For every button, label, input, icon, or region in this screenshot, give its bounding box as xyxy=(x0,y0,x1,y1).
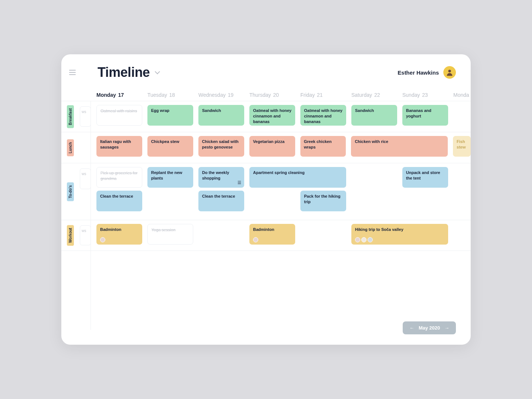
card-todo-mon-groceries[interactable]: Pick up groceries for grandma xyxy=(96,167,142,188)
card-todo-thu-fri-cleaning[interactable]: Apartment spring cleaning xyxy=(249,167,346,188)
card-todo-wed-shopping[interactable]: Do the weekly shopping☰ xyxy=(198,167,244,188)
title-group: Timeline xyxy=(98,65,160,80)
card-breakfast-wed[interactable]: Sandwich xyxy=(198,105,244,126)
card-todo-sun-tent[interactable]: Unpack and store the tent xyxy=(402,167,448,188)
chevron-down-icon[interactable] xyxy=(155,70,160,75)
day-saturday[interactable]: Saturday 22 xyxy=(351,92,402,98)
card-todo-fri-pack[interactable]: Pack for the hiking trip xyxy=(300,191,346,211)
card-todo-tue-replant[interactable]: Replant the new plants xyxy=(147,167,193,188)
month-navigator[interactable]: ← May 2020 → xyxy=(403,321,456,334)
day-tuesday[interactable]: Tuesday 18 xyxy=(147,92,198,98)
prev-week-peek[interactable]: ws xyxy=(80,106,91,127)
category-lunch[interactable]: Lunch xyxy=(67,139,74,156)
days-header: Monday 17 Tuesday 18 Wednesday 19 Thursd… xyxy=(61,92,471,98)
day-friday[interactable]: Friday 21 xyxy=(300,92,351,98)
card-lunch-sat-sun[interactable]: Chicken with rice xyxy=(351,136,448,157)
prev-month-icon[interactable]: ← xyxy=(409,325,414,331)
card-lunch-mon[interactable]: Italian ragu with sausages xyxy=(96,136,142,157)
user-profile[interactable]: Esther Hawkins xyxy=(398,66,456,79)
card-lunch-tue[interactable]: Chickpea stew xyxy=(147,136,193,157)
day-wednesday[interactable]: Wednesday 19 xyxy=(198,92,249,98)
month-label: May 2020 xyxy=(419,325,440,331)
row-todos: To-do's ws Pick up groceries for grandma… xyxy=(61,163,471,220)
day-thursday[interactable]: Thursday 20 xyxy=(249,92,300,98)
participant-avatars xyxy=(100,237,105,242)
next-month-icon[interactable]: → xyxy=(444,325,449,331)
card-lunch-fri[interactable]: Greek chicken wraps xyxy=(300,136,346,157)
card-breakfast-tue[interactable]: Egg wrap xyxy=(147,105,193,126)
prev-week-peek[interactable]: ws xyxy=(80,225,91,245)
card-workout-tue-yoga[interactable]: Yoga session xyxy=(147,224,193,245)
row-breakfast: Breakfast ws Oatmeal with raisins Egg wr… xyxy=(61,101,471,132)
card-breakfast-mon[interactable]: Oatmeal with raisins xyxy=(96,105,142,126)
empty-cell xyxy=(351,167,397,188)
participant-avatars xyxy=(253,237,258,242)
menu-icon[interactable] xyxy=(67,67,78,78)
card-workout-thu-badminton[interactable]: Badminton xyxy=(249,224,295,245)
card-todo-mon-terrace[interactable]: Clean the terrace xyxy=(96,191,142,211)
day-monday[interactable]: Monday 17 xyxy=(96,92,147,98)
card-breakfast-sun[interactable]: Bananas and yoghurt xyxy=(402,105,448,126)
empty-cell xyxy=(198,224,244,245)
card-workout-hiking[interactable]: Hiking trip to Soča valley xyxy=(351,224,448,245)
card-lunch-thu[interactable]: Vegetarian pizza xyxy=(249,136,295,157)
category-todos[interactable]: To-do's xyxy=(67,182,74,201)
participant-avatars xyxy=(355,237,373,242)
card-lunch-next[interactable]: Fish stew xyxy=(453,136,471,157)
page-title: Timeline xyxy=(98,65,150,80)
day-sunday[interactable]: Sunday 23 xyxy=(402,92,453,98)
row-workout: Workout ws Badminton Yoga session Badmin… xyxy=(61,220,471,251)
svg-point-0 xyxy=(448,70,451,72)
card-breakfast-fri[interactable]: Oatmeal with honey cinnamon and bananas xyxy=(300,105,346,126)
checklist-icon: ☰ xyxy=(238,180,241,185)
category-breakfast[interactable]: Breakfast xyxy=(67,105,74,128)
timeline-body: Breakfast ws Oatmeal with raisins Egg wr… xyxy=(61,101,471,251)
timeline-app: Timeline Esther Hawkins Monday 17 Tuesda… xyxy=(61,54,471,345)
empty-cell xyxy=(147,191,193,211)
day-next-monday[interactable]: Monda xyxy=(453,92,471,98)
card-breakfast-thu[interactable]: Oatmeal with honey cinnamon and bananas xyxy=(249,105,295,126)
user-name: Esther Hawkins xyxy=(398,69,439,76)
header: Timeline Esther Hawkins xyxy=(61,54,471,86)
card-breakfast-sat[interactable]: Sandwich xyxy=(351,105,397,126)
card-workout-mon-badminton[interactable]: Badminton xyxy=(96,224,142,245)
prev-week-peek[interactable]: ws xyxy=(80,168,91,189)
category-workout[interactable]: Workout xyxy=(67,225,74,246)
empty-cell xyxy=(249,191,295,211)
card-todo-wed-terrace[interactable]: Clean the terrace xyxy=(198,191,244,211)
row-lunch: Lunch Italian ragu with sausages Chickpe… xyxy=(61,132,471,163)
empty-cell xyxy=(300,224,346,245)
avatar[interactable] xyxy=(443,66,456,79)
card-lunch-wed[interactable]: Chicken salad with pesto genovese xyxy=(198,136,244,157)
